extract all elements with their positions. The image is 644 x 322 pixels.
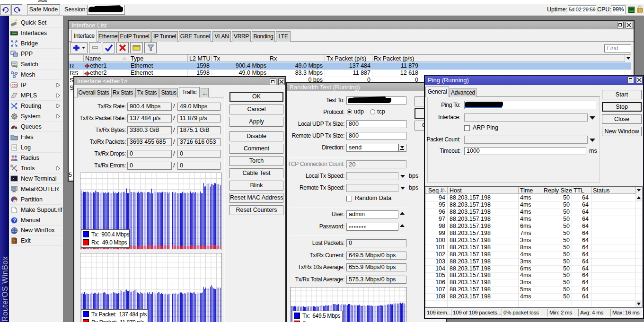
svg-text:255: 255 — [12, 84, 18, 87]
svg-text:?: ? — [13, 218, 16, 223]
svg-text:>_: >_ — [12, 177, 16, 181]
